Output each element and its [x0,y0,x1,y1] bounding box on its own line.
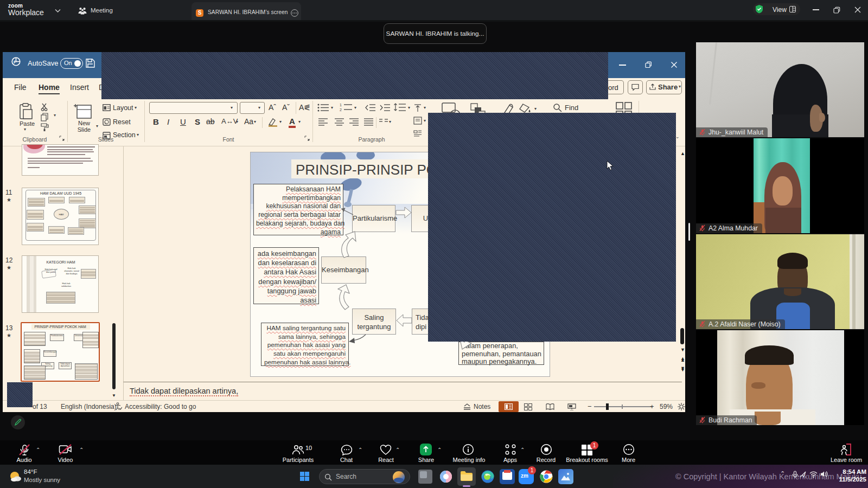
svg-text:P: P [14,60,17,65]
